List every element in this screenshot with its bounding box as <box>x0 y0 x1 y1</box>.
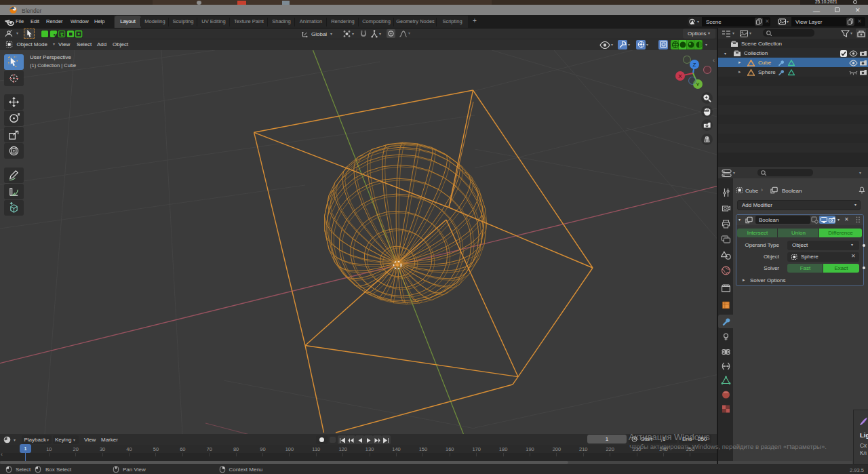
svg-text:X: X <box>678 73 682 79</box>
svg-text:Y: Y <box>696 81 700 87</box>
svg-text:Z: Z <box>693 62 696 68</box>
